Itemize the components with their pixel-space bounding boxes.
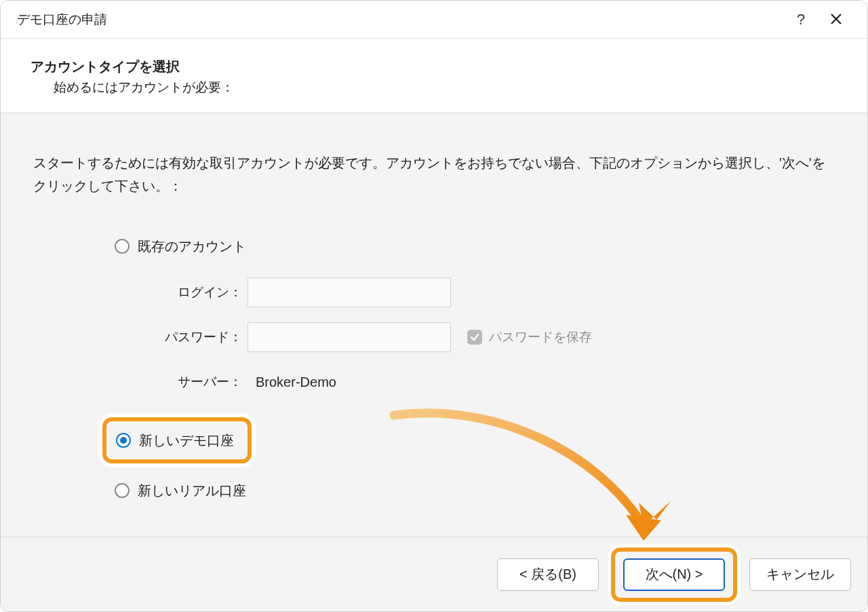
- cancel-label: キャンセル: [766, 565, 834, 584]
- help-button[interactable]: ?: [783, 3, 818, 36]
- radio-new-demo-account[interactable]: 新しいデモ口座: [116, 428, 234, 453]
- save-password-checkbox[interactable]: パスワードを保存: [467, 328, 592, 346]
- radio-label: 新しいデモ口座: [139, 432, 234, 450]
- save-password-label: パスワードを保存: [489, 328, 592, 346]
- dialog-window: デモ口座の申請 ? アカウントタイプを選択 始めるにはアカウントが必要： スター…: [0, 0, 868, 612]
- titlebar: デモ口座の申請 ?: [1, 1, 867, 39]
- radio-icon-selected: [116, 433, 131, 448]
- radio-dot-icon: [120, 437, 127, 444]
- next-button[interactable]: 次へ(N) >: [623, 558, 725, 591]
- password-label: パスワード：: [155, 328, 248, 346]
- next-label: 次へ(N) >: [646, 565, 703, 584]
- password-row: パスワード： パスワードを保存: [155, 321, 835, 353]
- account-type-options: 既存のアカウント ログイン： パスワード： パスワードを保存: [115, 234, 835, 503]
- highlight-new-demo: 新しいデモ口座: [102, 417, 252, 463]
- radio-existing-account[interactable]: 既存のアカウント: [115, 234, 835, 259]
- back-button[interactable]: < 戻る(B): [497, 558, 599, 591]
- radio-label: 既存のアカウント: [138, 237, 246, 256]
- instructions-text: スタートするためには有効な取引アカウントが必要です。アカウントをお持ちでない場合…: [33, 151, 835, 197]
- radio-icon: [115, 239, 130, 254]
- highlight-next: 次へ(N) >: [611, 548, 737, 602]
- login-row: ログイン：: [155, 276, 835, 309]
- close-button[interactable]: [818, 3, 854, 36]
- cancel-button[interactable]: キャンセル: [749, 558, 851, 591]
- content-area: スタートするためには有効な取引アカウントが必要です。アカウントをお持ちでない場合…: [1, 113, 867, 537]
- footer: < 戻る(B) 次へ(N) > キャンセル: [1, 537, 867, 611]
- back-label: < 戻る(B): [519, 565, 576, 584]
- close-icon: [830, 9, 842, 30]
- radio-label: 新しいリアル口座: [138, 482, 246, 500]
- help-icon: ?: [797, 11, 805, 28]
- login-label: ログイン：: [155, 284, 248, 301]
- login-input[interactable]: [248, 278, 451, 307]
- radio-new-real-account[interactable]: 新しいリアル口座: [115, 478, 835, 503]
- existing-account-fields: ログイン： パスワード： パスワードを保存 サーバー： Broker-De: [155, 276, 835, 398]
- server-row: サーバー： Broker-Demo: [155, 366, 835, 398]
- window-title: デモ口座の申請: [17, 11, 783, 28]
- server-label: サーバー：: [155, 373, 248, 391]
- checkbox-icon: [467, 330, 482, 345]
- radio-icon: [115, 483, 130, 498]
- header: アカウントタイプを選択 始めるにはアカウントが必要：: [1, 39, 867, 113]
- password-input[interactable]: [248, 322, 451, 352]
- header-subheading: 始めるにはアカウントが必要：: [54, 79, 851, 96]
- header-heading: アカウントタイプを選択: [31, 58, 851, 76]
- server-value: Broker-Demo: [248, 375, 336, 390]
